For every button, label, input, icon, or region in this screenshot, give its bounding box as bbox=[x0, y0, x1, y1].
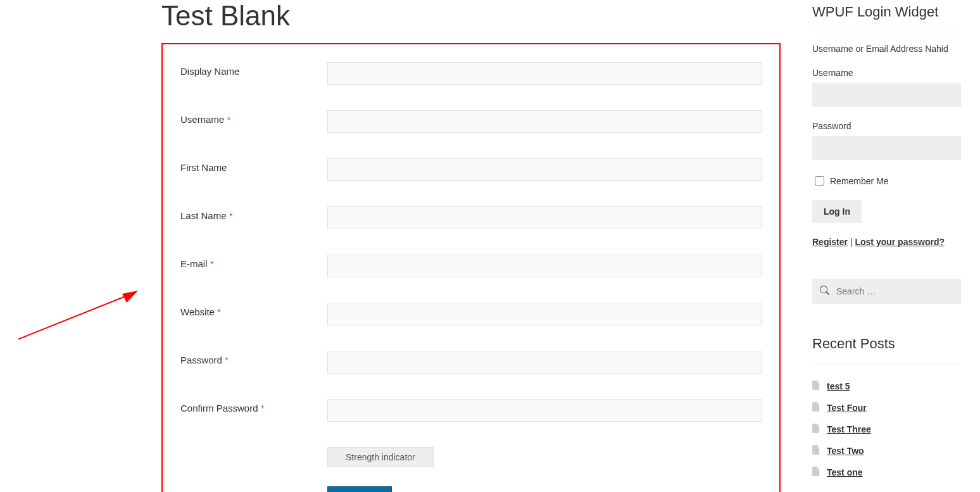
username-input[interactable] bbox=[327, 110, 762, 133]
label-login-username: Username bbox=[812, 68, 961, 78]
document-icon bbox=[812, 467, 820, 478]
display-name-input[interactable] bbox=[327, 62, 762, 85]
document-icon bbox=[812, 445, 820, 457]
recent-post-link[interactable]: test 5 bbox=[827, 381, 850, 391]
recent-post-link[interactable]: Test Two bbox=[827, 446, 864, 456]
svg-line-0 bbox=[18, 295, 129, 339]
label-confirm-password: Confirm Password * bbox=[180, 399, 327, 413]
field-row-website: Website * bbox=[180, 303, 762, 325]
recent-posts-list: test 5 Test Four Test Three Test Two Tes… bbox=[812, 375, 961, 483]
label-last-name: Last Name * bbox=[180, 206, 327, 221]
login-widget-title: WPUF Login Widget bbox=[812, 4, 961, 32]
search-icon bbox=[820, 286, 829, 297]
required-asterisk: * bbox=[227, 114, 230, 125]
field-row-username: Username * bbox=[180, 110, 762, 133]
field-row-display-name: Display Name bbox=[180, 62, 762, 85]
email-input[interactable] bbox=[327, 255, 762, 277]
field-row-password: Password * bbox=[180, 351, 762, 374]
document-icon bbox=[812, 424, 820, 435]
remember-me-label: Remember Me bbox=[830, 176, 889, 186]
remember-me-checkbox[interactable] bbox=[815, 176, 824, 186]
login-links-sep: | bbox=[848, 237, 855, 247]
list-item: Test Four bbox=[812, 397, 961, 419]
login-password-input[interactable] bbox=[812, 136, 961, 160]
field-row-email: E-mail * bbox=[180, 255, 762, 277]
login-button[interactable]: Log In bbox=[812, 200, 862, 223]
required-asterisk: * bbox=[261, 403, 265, 413]
search-input[interactable] bbox=[812, 279, 961, 304]
field-row-confirm-password: Confirm Password * bbox=[180, 399, 762, 422]
registration-form: Display Name Username * First Name Last … bbox=[161, 43, 781, 492]
required-asterisk: * bbox=[225, 355, 229, 365]
label-website: Website * bbox=[180, 303, 327, 317]
list-item: test 5 bbox=[812, 375, 961, 397]
recent-post-link[interactable]: Test one bbox=[827, 467, 863, 477]
document-icon bbox=[812, 381, 820, 392]
label-display-name: Display Name bbox=[180, 62, 327, 77]
field-row-last-name: Last Name * bbox=[180, 206, 762, 229]
list-item: Test Three bbox=[812, 419, 961, 440]
register-button[interactable]: Register bbox=[327, 486, 392, 492]
first-name-input[interactable] bbox=[327, 158, 762, 181]
recent-posts-title: Recent Posts bbox=[812, 336, 961, 364]
required-asterisk: * bbox=[210, 258, 214, 269]
login-username-input[interactable] bbox=[812, 83, 961, 107]
required-asterisk: * bbox=[217, 306, 221, 317]
label-password: Password * bbox=[180, 351, 327, 365]
password-strength-indicator: Strength indicator bbox=[327, 447, 434, 467]
label-username: Username * bbox=[180, 110, 327, 125]
list-item: Test Two bbox=[812, 440, 961, 462]
field-row-first-name: First Name bbox=[180, 158, 762, 181]
document-icon bbox=[812, 402, 820, 413]
label-email: E-mail * bbox=[180, 255, 327, 269]
label-login-password: Password bbox=[812, 121, 961, 131]
sidebar: WPUF Login Widget Username or Email Addr… bbox=[812, 0, 961, 492]
register-link[interactable]: Register bbox=[812, 237, 848, 247]
page-title: Test Blank bbox=[161, 0, 781, 32]
password-input[interactable] bbox=[327, 351, 762, 374]
svg-marker-1 bbox=[122, 291, 138, 303]
login-widget-note: Username or Email Address Nahid bbox=[812, 44, 961, 54]
label-first-name: First Name bbox=[180, 158, 327, 173]
annotation-arrow bbox=[18, 289, 144, 339]
recent-post-link[interactable]: Test Four bbox=[827, 403, 867, 413]
last-name-input[interactable] bbox=[327, 206, 762, 229]
lost-password-link[interactable]: Lost your password? bbox=[855, 237, 945, 247]
list-item: Test one bbox=[812, 462, 961, 483]
website-input[interactable] bbox=[327, 303, 762, 325]
required-asterisk: * bbox=[229, 210, 233, 221]
confirm-password-input[interactable] bbox=[327, 399, 762, 422]
recent-post-link[interactable]: Test Three bbox=[827, 424, 871, 434]
